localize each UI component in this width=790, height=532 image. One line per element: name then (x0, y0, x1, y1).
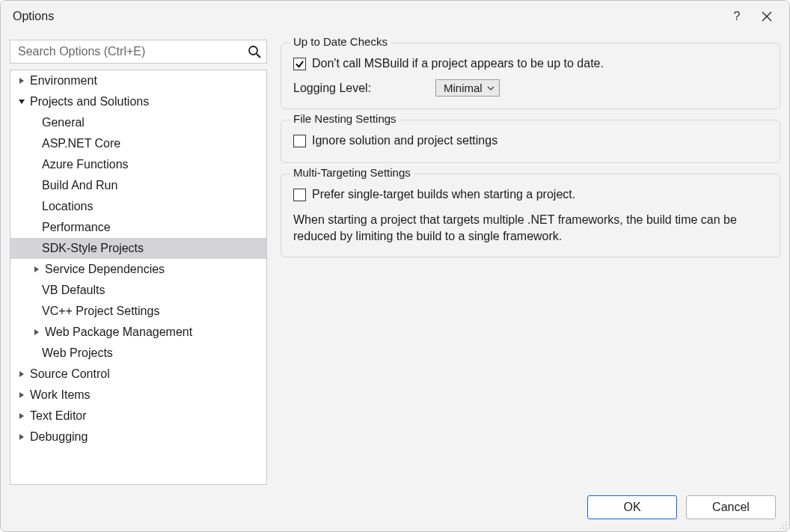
tree-item[interactable]: VC++ Project Settings (10, 301, 266, 322)
tree-item-label: Source Control (30, 365, 110, 383)
expander-closed-icon[interactable] (16, 411, 27, 421)
check-icon (295, 59, 304, 69)
checkbox-box (293, 189, 306, 201)
tree-item[interactable]: Azure Functions (10, 154, 266, 175)
left-panel: EnvironmentProjects and SolutionsGeneral… (10, 40, 267, 485)
dialog-footer: OK Cancel (1, 485, 789, 531)
help-button[interactable]: ? (722, 5, 752, 28)
group-uptodate: Up to Date Checks Don't call MSBuild if … (281, 43, 780, 109)
tree-item-label: VC++ Project Settings (42, 302, 159, 320)
svg-point-14 (783, 528, 784, 529)
tree-item[interactable]: Projects and Solutions (10, 91, 266, 112)
tree-item[interactable]: Web Package Management (10, 322, 266, 343)
expander-closed-icon[interactable] (31, 264, 42, 275)
resize-grip-icon[interactable] (777, 519, 788, 530)
dialog-body: EnvironmentProjects and SolutionsGeneral… (1, 32, 789, 485)
logging-row: Logging Level: Minimal (293, 79, 768, 97)
group-filenesting-legend: File Nesting Settings (290, 112, 399, 125)
tree-item[interactable]: Source Control (10, 364, 266, 385)
tree-item[interactable]: Service Dependencies (10, 259, 266, 280)
tree-item-label: Text Editor (30, 407, 87, 425)
tree-item[interactable]: VB Defaults (10, 280, 266, 301)
tree-item[interactable]: Locations (10, 196, 266, 217)
svg-point-10 (786, 522, 787, 523)
svg-point-15 (786, 528, 787, 529)
tree-item[interactable]: Debugging (10, 426, 266, 447)
checkbox-box (293, 135, 306, 147)
titlebar: Options ? (1, 1, 789, 32)
checkbox-dont-call-msbuild[interactable]: Don't call MSBuild if a project appears … (293, 57, 604, 70)
svg-marker-3 (19, 100, 25, 104)
expander-closed-icon[interactable] (16, 76, 27, 86)
expander-open-icon[interactable] (16, 97, 27, 107)
svg-marker-4 (34, 266, 39, 272)
tree-item-label: Service Dependencies (45, 260, 165, 278)
tree-item-label: Locations (42, 198, 94, 215)
tree-item[interactable]: SDK-Style Projects (10, 238, 266, 259)
logging-level-value: Minimal (444, 82, 483, 94)
tree-item-label: General (42, 114, 85, 132)
checkbox-label: Don't call MSBuild if a project appears … (312, 57, 604, 70)
tree-item-label: Web Package Management (45, 323, 192, 341)
tree-item-label: Debugging (30, 428, 88, 446)
tree-item-label: Performance (42, 218, 111, 236)
group-multitarget: Multi-Targeting Settings Prefer single-t… (281, 174, 780, 257)
tree-item[interactable]: General (10, 112, 266, 133)
svg-line-1 (257, 54, 260, 58)
tree-item-label: Projects and Solutions (30, 93, 149, 111)
multitarget-description: When starting a project that targets mul… (293, 212, 768, 245)
close-icon (762, 11, 772, 22)
svg-point-0 (249, 46, 257, 55)
svg-marker-2 (19, 78, 24, 84)
svg-marker-9 (19, 434, 24, 440)
svg-marker-6 (19, 371, 24, 377)
logging-level-select[interactable]: Minimal (435, 79, 500, 97)
tree-item[interactable]: Work Items (10, 385, 266, 406)
tree-item[interactable]: Environment (10, 70, 266, 91)
settings-panel: Up to Date Checks Don't call MSBuild if … (281, 40, 780, 485)
tree-item-label: SDK-Style Projects (42, 239, 144, 257)
expander-closed-icon[interactable] (16, 369, 27, 379)
tree-item-label: ASP.NET Core (42, 135, 120, 153)
logging-level-label: Logging Level: (293, 82, 428, 95)
expander-closed-icon[interactable] (16, 432, 27, 442)
tree-item[interactable]: Web Projects (10, 343, 266, 364)
tree-item-label: Web Projects (42, 344, 113, 362)
close-button[interactable] (752, 5, 782, 28)
expander-closed-icon[interactable] (16, 390, 27, 400)
checkbox-label: Prefer single-target builds when startin… (312, 188, 575, 201)
search-input[interactable] (10, 40, 267, 64)
tree-item[interactable]: ASP.NET Core (10, 133, 266, 154)
tree-item-label: Build And Run (42, 177, 117, 195)
tree-item-label: Azure Functions (42, 156, 129, 174)
svg-point-13 (780, 528, 781, 529)
tree-item[interactable]: Build And Run (10, 175, 266, 196)
svg-marker-8 (19, 413, 24, 419)
group-multitarget-legend: Multi-Targeting Settings (290, 166, 414, 179)
svg-point-11 (783, 525, 784, 526)
options-dialog: Options ? EnvironmentProjects and Soluti… (0, 0, 790, 532)
checkbox-box (293, 58, 306, 70)
svg-point-12 (786, 525, 787, 526)
ok-button[interactable]: OK (587, 495, 677, 519)
tree-item-label: Work Items (30, 386, 91, 404)
checkbox-label: Ignore solution and project settings (312, 134, 497, 147)
chevron-down-icon (487, 85, 494, 92)
cancel-button[interactable]: Cancel (686, 495, 776, 519)
tree-item[interactable]: Text Editor (10, 406, 266, 426)
tree-item-label: Environment (30, 72, 97, 90)
checkbox-ignore-settings[interactable]: Ignore solution and project settings (293, 134, 497, 147)
search-wrap (10, 40, 267, 64)
search-icon (248, 45, 261, 58)
help-icon: ? (734, 10, 741, 23)
expander-closed-icon[interactable] (31, 327, 42, 337)
svg-marker-5 (34, 329, 39, 335)
tree-item[interactable]: Performance (10, 217, 266, 238)
window-title: Options (8, 10, 722, 23)
group-uptodate-legend: Up to Date Checks (290, 35, 391, 48)
tree-item-label: VB Defaults (42, 281, 105, 299)
group-filenesting: File Nesting Settings Ignore solution an… (281, 120, 780, 163)
svg-marker-7 (19, 392, 24, 398)
options-tree[interactable]: EnvironmentProjects and SolutionsGeneral… (10, 70, 267, 485)
checkbox-prefer-single-target[interactable]: Prefer single-target builds when startin… (293, 188, 575, 201)
